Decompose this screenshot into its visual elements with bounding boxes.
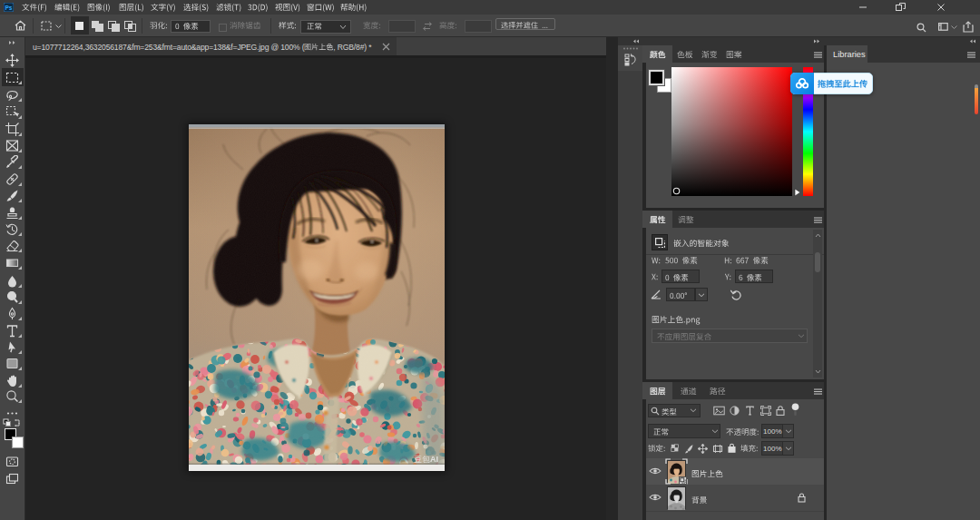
svg-text:Ps: Ps: [5, 5, 13, 11]
